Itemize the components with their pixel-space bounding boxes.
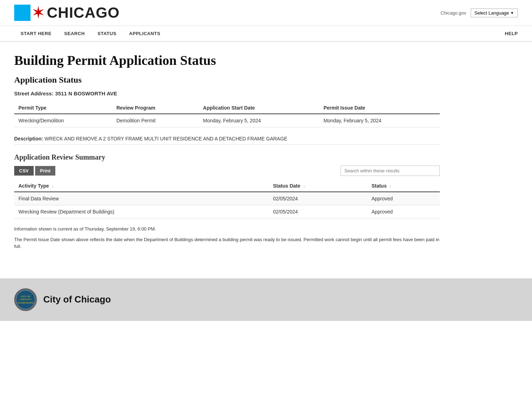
toolbar-left: CSV Print xyxy=(14,166,55,176)
top-header: ✶ CHICAGO Chicago.gov Select Language ▼ xyxy=(0,0,532,26)
activity-type-header: Activity Type ↕ xyxy=(14,180,269,192)
review-program-cell: Demolition Permit xyxy=(112,114,199,127)
description-value: WRECK AND REMOVE A 2 STORY FRAME MULTI U… xyxy=(45,136,288,142)
status-date-cell: 02/05/2024 xyxy=(269,205,367,218)
review-table-row: Wrecking Review (Department of Buildings… xyxy=(14,205,440,218)
footer-city-name: City of Chicago xyxy=(43,294,111,305)
review-toolbar: CSV Print xyxy=(14,166,440,176)
description-row: Description: WRECK AND REMOVE A 2 STORY … xyxy=(14,133,440,145)
permit-issue-date-header: Permit Issue Date xyxy=(319,102,440,114)
nav-item-status[interactable]: STATUS xyxy=(91,26,123,41)
svg-text:INCORPORATED: INCORPORATED xyxy=(17,302,34,304)
chicago-gov-link[interactable]: Chicago.gov xyxy=(440,10,466,16)
permit-table: Permit Type Review Program Application S… xyxy=(14,102,440,127)
nav-item-search[interactable]: SEARCH xyxy=(58,26,91,41)
header-right: Chicago.gov Select Language ▼ xyxy=(440,9,518,17)
blue-box-logo xyxy=(14,5,31,21)
chicago-logo-text: CHICAGO xyxy=(47,4,120,21)
street-address-value: 3511 N BOSWORTH AVE xyxy=(55,90,117,96)
nav-left: START HERE SEARCH STATUS APPLICANTS xyxy=(14,26,167,41)
status-cell: Approved xyxy=(367,192,440,205)
section-title: Application Status xyxy=(14,75,440,85)
status-label: Status xyxy=(371,183,387,189)
nav-item-help[interactable]: HELP xyxy=(505,26,518,41)
logo-area: ✶ CHICAGO xyxy=(14,4,120,21)
status-cell: Approved xyxy=(367,205,440,218)
main-content: Building Permit Application Status Appli… xyxy=(0,42,454,264)
application-start-date-cell: Monday, February 5, 2024 xyxy=(199,114,319,127)
language-select-button[interactable]: Select Language ▼ xyxy=(471,9,518,17)
status-sort-icon[interactable]: ↕ xyxy=(389,184,391,188)
permit-table-row: Wrecking/Demolition Demolition Permit Mo… xyxy=(14,114,440,127)
activity-type-label: Activity Type xyxy=(18,183,49,189)
activity-type-cell: Final Data Review xyxy=(14,192,269,205)
page-title: Building Permit Application Status xyxy=(14,52,440,68)
svg-text:CITY OF: CITY OF xyxy=(21,295,31,298)
csv-button[interactable]: CSV xyxy=(14,166,34,176)
street-address: Street Address: 3511 N BOSWORTH AVE xyxy=(14,90,440,96)
street-address-label: Street Address: xyxy=(14,90,54,96)
language-select-label: Select Language xyxy=(475,10,509,16)
status-date-label: Status Date xyxy=(273,183,300,189)
city-seal-icon: CITY OF CHICAGO INCORPORATED xyxy=(14,288,37,311)
search-within-input[interactable] xyxy=(340,166,440,176)
nav-item-start-here[interactable]: START HERE xyxy=(14,26,58,41)
nav-item-applicants[interactable]: APPLICANTS xyxy=(123,26,167,41)
activity-type-cell: Wrecking Review (Department of Buildings… xyxy=(14,205,269,218)
star-icon: ✶ xyxy=(31,4,45,21)
activity-type-sort-icon[interactable]: ↕ xyxy=(52,184,54,188)
status-date-cell: 02/05/2024 xyxy=(269,192,367,205)
review-program-header: Review Program xyxy=(112,102,199,114)
permit-issue-date-cell: Monday, February 5, 2024 xyxy=(319,114,440,127)
svg-text:CHICAGO: CHICAGO xyxy=(20,298,31,301)
application-start-date-header: Application Start Date xyxy=(199,102,319,114)
status-header: Status ↕ xyxy=(367,180,440,192)
dropdown-arrow-icon: ▼ xyxy=(510,11,514,15)
current-as-of-text: Information shown is current as of Thurs… xyxy=(14,226,440,233)
description-label: Description: xyxy=(14,136,43,142)
status-date-sort-icon[interactable]: ↕ xyxy=(303,184,305,188)
review-table: Activity Type ↕ Status Date ↕ Status ↕ F… xyxy=(14,180,440,218)
permit-note-text: The Permit Issue Date shown above reflec… xyxy=(14,236,440,250)
review-section-title: Application Review Summary xyxy=(14,153,440,161)
status-date-header: Status Date ↕ xyxy=(269,180,367,192)
main-nav: START HERE SEARCH STATUS APPLICANTS HELP xyxy=(0,26,532,42)
footer: CITY OF CHICAGO INCORPORATED City of Chi… xyxy=(0,278,532,321)
review-table-row: Final Data Review 02/05/2024 Approved xyxy=(14,192,440,205)
permit-type-cell: Wrecking/Demolition xyxy=(14,114,112,127)
print-button[interactable]: Print xyxy=(35,166,56,176)
permit-type-header: Permit Type xyxy=(14,102,112,114)
